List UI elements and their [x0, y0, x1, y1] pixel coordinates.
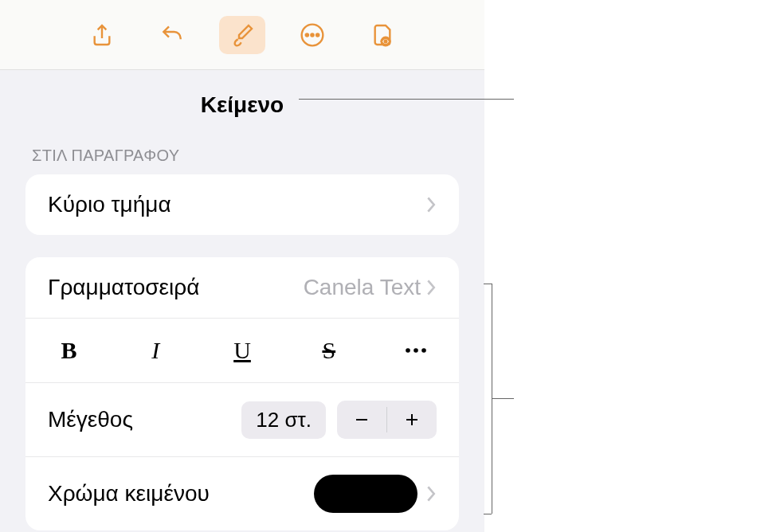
svg-point-5 — [385, 40, 387, 42]
callout-bracket-mid — [492, 398, 514, 399]
view-button[interactable] — [359, 16, 406, 54]
paragraph-style-row[interactable]: Κύριο τμήμα — [25, 174, 459, 235]
undo-icon — [159, 22, 185, 48]
more-icon — [300, 22, 325, 48]
paragraph-style-value: Κύριο τμήμα — [48, 192, 425, 217]
ellipsis-icon — [404, 346, 428, 354]
share-icon — [89, 22, 115, 48]
size-value[interactable]: 12 στ. — [241, 401, 326, 439]
callout-bracket-bottom — [484, 514, 492, 514]
italic-button[interactable]: I — [112, 328, 199, 373]
text-style-row: B I U S — [25, 319, 459, 383]
toolbar — [0, 0, 484, 70]
font-label: Γραμματοσειρά — [48, 275, 304, 300]
size-row: Μέγεθος 12 στ. — [25, 383, 459, 457]
brush-icon — [229, 22, 255, 48]
document-view-icon — [370, 22, 395, 48]
bold-button[interactable]: B — [25, 328, 112, 373]
text-color-row[interactable]: Χρώμα κειμένου — [25, 457, 459, 530]
paragraph-style-card: Κύριο τμήμα — [25, 174, 459, 235]
svg-point-8 — [421, 348, 426, 353]
underline-button[interactable]: U — [199, 328, 286, 373]
format-button[interactable] — [219, 16, 265, 54]
section-label-paragraph-style: ΣΤΙΛ ΠΑΡΑΓΡΑΦΟΥ — [0, 123, 484, 174]
color-swatch[interactable] — [314, 475, 417, 513]
chevron-right-icon — [425, 279, 437, 296]
chevron-right-icon — [425, 196, 437, 213]
size-label: Μέγεθος — [48, 407, 241, 432]
font-row[interactable]: Γραμματοσειρά Canela Text — [25, 257, 459, 319]
size-increase-button[interactable] — [387, 401, 437, 439]
format-panel: Κείμενο ΣΤΙΛ ΠΑΡΑΓΡΑΦΟΥ Κύριο τμήμα Γραμ… — [0, 0, 484, 532]
size-decrease-button[interactable] — [337, 401, 386, 439]
font-card: Γραμματοσειρά Canela Text B I U S Μέγεθο… — [25, 257, 459, 530]
size-stepper — [337, 401, 437, 439]
more-styles-button[interactable] — [372, 328, 459, 373]
more-button[interactable] — [289, 16, 335, 54]
plus-icon — [404, 412, 420, 428]
font-value: Canela Text — [304, 275, 421, 300]
strikethrough-button[interactable]: S — [285, 328, 372, 373]
minus-icon — [354, 412, 370, 428]
share-button[interactable] — [79, 16, 125, 54]
svg-point-2 — [311, 33, 313, 36]
svg-point-7 — [414, 348, 418, 353]
undo-button[interactable] — [149, 16, 195, 54]
svg-point-3 — [316, 33, 319, 36]
text-color-label: Χρώμα κειμένου — [48, 481, 314, 507]
svg-point-1 — [306, 33, 308, 36]
tab-header: Κείμενο — [0, 70, 484, 123]
svg-point-6 — [406, 348, 410, 353]
callout-line — [299, 99, 514, 100]
callout-bracket-top — [484, 284, 492, 284]
tab-title: Κείμενο — [201, 92, 284, 118]
chevron-right-icon — [425, 485, 437, 503]
